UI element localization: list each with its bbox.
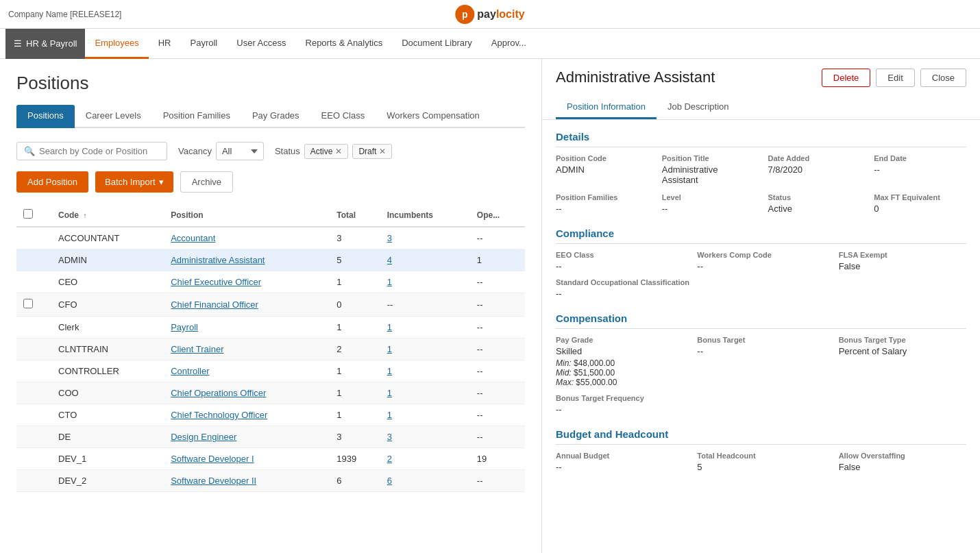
tab-career-levels[interactable]: Career Levels bbox=[75, 105, 152, 128]
close-button[interactable]: Close bbox=[920, 69, 966, 87]
col-position[interactable]: Position bbox=[164, 204, 330, 227]
col-code[interactable]: Code ↑ bbox=[51, 204, 164, 227]
incumbents-link[interactable]: 6 bbox=[387, 476, 392, 486]
table-row[interactable]: CONTROLLERController11-- bbox=[16, 360, 525, 382]
row-incumbents[interactable]: 1 bbox=[380, 404, 470, 426]
incumbents-link[interactable]: 2 bbox=[387, 454, 392, 464]
position-link[interactable]: Chief Operations Officer bbox=[171, 388, 266, 398]
incumbents-link[interactable]: 3 bbox=[387, 233, 392, 243]
table-row[interactable]: DEV_1Software Developer I1939219 bbox=[16, 448, 525, 470]
tab-pay-grades[interactable]: Pay Grades bbox=[241, 105, 310, 128]
row-incumbents[interactable]: -- bbox=[380, 293, 470, 317]
position-link[interactable]: Payroll bbox=[171, 322, 198, 332]
incumbents-link[interactable]: 1 bbox=[387, 388, 392, 398]
position-link[interactable]: Software Developer I bbox=[171, 454, 254, 464]
tab-workers-compensation[interactable]: Workers Compensation bbox=[376, 105, 491, 128]
row-position[interactable]: Administrative Assistant bbox=[164, 249, 330, 271]
row-total: 2 bbox=[330, 339, 380, 360]
position-link[interactable]: Design Engineer bbox=[171, 432, 236, 442]
position-link[interactable]: Client Trainer bbox=[171, 344, 223, 354]
incumbents-link[interactable]: 3 bbox=[387, 432, 392, 442]
budget-section: Budget and Headcount Annual Budget -- To… bbox=[556, 428, 966, 472]
row-incumbents[interactable]: 1 bbox=[380, 382, 470, 404]
nav-hr[interactable]: HR bbox=[149, 29, 181, 59]
row-position[interactable]: Chief Technology Officer bbox=[164, 404, 330, 426]
position-link[interactable]: Chief Executive Officer bbox=[171, 277, 261, 287]
table-row[interactable]: DEDesign Engineer33-- bbox=[16, 426, 525, 448]
status-tag-draft[interactable]: Draft ✕ bbox=[352, 144, 392, 159]
table-row[interactable]: DEV_2Software Developer II66-- bbox=[16, 470, 525, 492]
row-incumbents[interactable]: 4 bbox=[380, 249, 470, 271]
edit-button[interactable]: Edit bbox=[876, 69, 914, 87]
nav-employees[interactable]: Employees bbox=[85, 29, 148, 59]
position-link[interactable]: Software Developer II bbox=[171, 476, 256, 486]
select-all-checkbox[interactable] bbox=[23, 209, 33, 219]
incumbents-link[interactable]: 1 bbox=[387, 277, 392, 287]
row-position[interactable]: Controller bbox=[164, 360, 330, 382]
panel-tab-job-description[interactable]: Job Description bbox=[657, 96, 740, 119]
incumbents-link[interactable]: 1 bbox=[387, 344, 392, 354]
row-position[interactable]: Chief Operations Officer bbox=[164, 382, 330, 404]
row-position[interactable]: Design Engineer bbox=[164, 426, 330, 448]
table-row[interactable]: CEOChief Executive Officer11-- bbox=[16, 271, 525, 293]
row-incumbents[interactable]: 1 bbox=[380, 317, 470, 339]
batch-import-button[interactable]: Batch Import ▾ bbox=[95, 171, 173, 193]
search-box[interactable]: 🔍 bbox=[16, 142, 167, 160]
position-link[interactable]: Controller bbox=[171, 366, 209, 376]
panel-tab-position-info[interactable]: Position Information bbox=[556, 96, 657, 119]
row-incumbents[interactable]: 1 bbox=[380, 360, 470, 382]
position-link[interactable]: Chief Financial Officer bbox=[171, 299, 258, 310]
row-position[interactable]: Accountant bbox=[164, 227, 330, 249]
row-incumbents[interactable]: 6 bbox=[380, 470, 470, 492]
nav-document-library[interactable]: Document Library bbox=[392, 29, 482, 59]
add-position-button[interactable]: Add Position bbox=[16, 171, 88, 193]
incumbents-link[interactable]: 1 bbox=[387, 366, 392, 376]
incumbents-link[interactable]: 1 bbox=[387, 322, 392, 332]
table-row[interactable]: COOChief Operations Officer11-- bbox=[16, 382, 525, 404]
search-input[interactable] bbox=[39, 146, 160, 156]
row-incumbents[interactable]: 2 bbox=[380, 448, 470, 470]
table-row[interactable]: ADMINAdministrative Assistant541 bbox=[16, 249, 525, 271]
row-position[interactable]: Chief Financial Officer bbox=[164, 293, 330, 317]
col-incumbents[interactable]: Incumbents bbox=[380, 204, 470, 227]
table-row[interactable]: CFOChief Financial Officer0---- bbox=[16, 293, 525, 317]
position-link[interactable]: Chief Technology Officer bbox=[171, 410, 267, 420]
archive-button[interactable]: Archive bbox=[180, 171, 233, 193]
tab-positions[interactable]: Positions bbox=[16, 105, 75, 128]
nav-user-access[interactable]: User Access bbox=[227, 29, 295, 59]
filters-row: 🔍 Vacancy All Open Filled Status Active … bbox=[16, 142, 525, 160]
remove-draft-tag[interactable]: ✕ bbox=[379, 147, 386, 156]
row-incumbents[interactable]: 3 bbox=[380, 426, 470, 448]
hamburger-menu[interactable]: ☰ HR & Payroll bbox=[5, 29, 85, 59]
nav-reports[interactable]: Reports & Analytics bbox=[296, 29, 393, 59]
row-position[interactable]: Chief Executive Officer bbox=[164, 271, 330, 293]
row-incumbents[interactable]: 1 bbox=[380, 271, 470, 293]
delete-button[interactable]: Delete bbox=[822, 69, 871, 87]
nav-approvals[interactable]: Approv... bbox=[482, 29, 536, 59]
row-checkbox[interactable] bbox=[23, 299, 33, 308]
table-row[interactable]: CLNTTRAINClient Trainer21-- bbox=[16, 339, 525, 360]
row-incumbents[interactable]: 1 bbox=[380, 339, 470, 360]
row-position[interactable]: Client Trainer bbox=[164, 339, 330, 360]
row-position[interactable]: Software Developer II bbox=[164, 470, 330, 492]
pay-grade-min-label: Min: bbox=[556, 358, 572, 368]
table-row[interactable]: ClerkPayroll11-- bbox=[16, 317, 525, 339]
row-position[interactable]: Payroll bbox=[164, 317, 330, 339]
incumbents-link[interactable]: 1 bbox=[387, 410, 392, 420]
col-open[interactable]: Ope... bbox=[470, 204, 525, 227]
position-link[interactable]: Administrative Assistant bbox=[171, 255, 265, 265]
row-incumbents[interactable]: 3 bbox=[380, 227, 470, 249]
row-position[interactable]: Software Developer I bbox=[164, 448, 330, 470]
incumbents-link[interactable]: 4 bbox=[387, 255, 392, 265]
tab-eeo-class[interactable]: EEO Class bbox=[310, 105, 376, 128]
position-link[interactable]: Accountant bbox=[171, 233, 215, 243]
remove-active-tag[interactable]: ✕ bbox=[335, 147, 342, 156]
nav-payroll[interactable]: Payroll bbox=[181, 29, 228, 59]
table-row[interactable]: CTOChief Technology Officer11-- bbox=[16, 404, 525, 426]
status-tag-active[interactable]: Active ✕ bbox=[304, 144, 349, 159]
tab-position-families[interactable]: Position Families bbox=[152, 105, 241, 128]
vacancy-select[interactable]: All Open Filled bbox=[216, 142, 264, 160]
bonus-freq-value: -- bbox=[556, 404, 966, 415]
table-row[interactable]: ACCOUNTANTAccountant33-- bbox=[16, 227, 525, 249]
col-total[interactable]: Total bbox=[330, 204, 380, 227]
